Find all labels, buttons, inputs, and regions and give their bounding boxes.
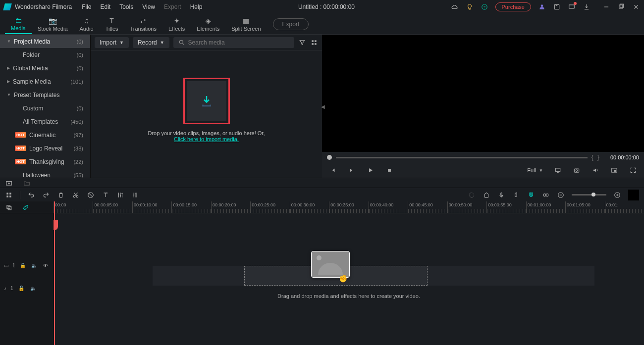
mute-icon[interactable]: 🔈 xyxy=(30,261,38,269)
menu-view[interactable]: View xyxy=(142,3,155,10)
zoom-in-button[interactable] xyxy=(613,191,621,199)
tab-elements[interactable]: ◈Elements xyxy=(191,15,225,34)
tab-media[interactable]: 🗀Media xyxy=(5,14,32,34)
redo-button[interactable] xyxy=(42,191,50,199)
sidebar-item-cinematic[interactable]: HOTCinematic (97) xyxy=(0,128,90,142)
track-copy-icon[interactable] xyxy=(5,203,13,211)
folder-icon[interactable] xyxy=(23,179,31,187)
sidebar-item-halloween[interactable]: Halloween (55) xyxy=(0,168,90,178)
preview-viewport[interactable] xyxy=(322,35,644,152)
video-track-header[interactable]: ▭1 🔓 🔈 👁 xyxy=(0,254,53,277)
minimize-button[interactable] xyxy=(602,3,610,11)
text-button[interactable] xyxy=(102,191,109,199)
audio-track-header[interactable]: ♪1 🔓 🔈 xyxy=(0,277,53,299)
scrub-handle[interactable] xyxy=(327,155,332,160)
scrub-track[interactable] xyxy=(336,157,588,158)
sidebar-item-thanksgiving[interactable]: HOTThanksgiving (22) xyxy=(0,155,90,168)
export-button[interactable]: Export xyxy=(273,18,309,30)
ruler-tick: 00:00:45:00 xyxy=(408,201,447,213)
search-field[interactable] xyxy=(188,39,289,46)
voiceover-icon[interactable] xyxy=(497,191,505,199)
tab-stock-media[interactable]: 📷Stock Media xyxy=(32,15,74,34)
adjust-button[interactable] xyxy=(116,191,124,199)
stop-button[interactable] xyxy=(385,166,393,174)
zoom-fit-button[interactable] xyxy=(628,190,639,200)
lock-icon[interactable]: 🔓 xyxy=(17,284,25,292)
play-forward-button[interactable] xyxy=(348,166,356,174)
render-icon[interactable] xyxy=(468,191,476,199)
snapshot-icon[interactable] xyxy=(573,166,581,174)
import-link[interactable]: Click here to import media. xyxy=(174,136,239,142)
sidebar-item-all-templates[interactable]: All Templates (450) xyxy=(0,115,90,128)
ruler-tick: 00:00:35:00 xyxy=(329,201,368,213)
pip-icon[interactable] xyxy=(610,166,618,174)
tab-titles[interactable]: TTitles xyxy=(100,15,124,34)
filter-icon[interactable] xyxy=(298,39,306,47)
mark-out-icon[interactable]: } xyxy=(597,154,603,161)
purchase-button[interactable]: Purchase xyxy=(495,2,531,11)
sidebar-item-preset-templates[interactable]: ▼Preset Templates xyxy=(0,88,90,101)
new-folder-icon[interactable] xyxy=(5,179,13,187)
mark-in-icon[interactable]: { xyxy=(591,154,597,161)
playhead[interactable] xyxy=(54,201,55,345)
download-icon[interactable] xyxy=(583,3,590,11)
sidebar-halloween-label: Halloween xyxy=(23,172,51,178)
magnet-icon[interactable] xyxy=(527,191,535,199)
lightbulb-icon[interactable] xyxy=(466,3,474,11)
audio-mixer-icon[interactable] xyxy=(512,191,520,199)
tab-effects[interactable]: ✦Effects xyxy=(162,15,191,34)
tab-audio[interactable]: ♫Audio xyxy=(74,15,100,34)
prev-frame-button[interactable] xyxy=(329,166,337,174)
message-icon[interactable] xyxy=(568,3,576,11)
keyframe-button[interactable] xyxy=(131,191,139,199)
delete-button[interactable] xyxy=(57,191,65,199)
track-link-icon[interactable] xyxy=(22,203,30,211)
panel-collapse-icon[interactable]: ◀ xyxy=(321,103,325,109)
sidebar-item-folder[interactable]: Folder (0) xyxy=(0,48,90,61)
sidebar-item-project-media[interactable]: ▼Project Media (0) xyxy=(0,35,90,48)
sidebar-item-custom[interactable]: Custom (0) xyxy=(0,101,90,115)
maximize-button[interactable] xyxy=(617,3,625,11)
sidebar-item-logo-reveal[interactable]: HOTLogo Reveal (38) xyxy=(0,142,90,155)
zoom-slider[interactable] xyxy=(572,194,606,196)
volume-icon[interactable] xyxy=(591,166,599,174)
crop-button[interactable] xyxy=(87,191,95,199)
layout-icon[interactable] xyxy=(5,191,13,199)
undo-button[interactable] xyxy=(27,191,35,199)
link-icon[interactable] xyxy=(542,191,550,199)
sidebar-item-global-media[interactable]: ▶Global Media (0) xyxy=(0,61,90,75)
zoom-out-button[interactable] xyxy=(557,191,565,199)
visibility-icon[interactable]: 👁 xyxy=(42,261,49,269)
search-input[interactable] xyxy=(173,37,294,48)
avatar-icon[interactable] xyxy=(538,3,546,11)
tab-split-screen[interactable]: ▥Split Screen xyxy=(225,15,267,34)
import-dropdown[interactable]: Import▼ xyxy=(95,37,129,48)
timeline-tracks[interactable]: 00:00 00:00:05:00 00:00:10:00 00:00:15:0… xyxy=(54,201,644,345)
menu-file[interactable]: File xyxy=(82,3,91,10)
mute-icon[interactable]: 🔈 xyxy=(29,284,37,292)
fullscreen-icon[interactable] xyxy=(629,166,637,174)
import-button[interactable] xyxy=(187,81,226,121)
menu-edit[interactable]: Edit xyxy=(101,3,111,10)
media-drop-zone[interactable]: Drop your video clips, images, or audio … xyxy=(91,50,322,169)
display-icon[interactable] xyxy=(554,166,562,174)
menu-help[interactable]: Help xyxy=(190,3,203,10)
playhead-handle[interactable] xyxy=(54,220,58,230)
sidebar-item-sample-media[interactable]: ▶Sample Media (101) xyxy=(0,75,90,88)
cut-button[interactable] xyxy=(72,191,80,199)
dragged-media-thumbnail[interactable] xyxy=(311,251,350,278)
tab-transitions[interactable]: ⇄Transitions xyxy=(124,15,162,34)
play-button[interactable] xyxy=(367,166,375,174)
help-icon[interactable] xyxy=(481,3,488,11)
timeline-ruler[interactable]: 00:00 00:00:05:00 00:00:10:00 00:00:15:0… xyxy=(54,201,644,213)
cloud-icon[interactable] xyxy=(451,3,459,11)
grid-view-icon[interactable] xyxy=(310,39,318,47)
menu-tools[interactable]: Tools xyxy=(119,3,133,10)
record-dropdown[interactable]: Record▼ xyxy=(133,37,169,48)
quality-dropdown[interactable]: Full▼ xyxy=(527,167,543,173)
close-button[interactable] xyxy=(632,3,640,11)
marker-icon[interactable] xyxy=(483,191,490,199)
save-icon[interactable] xyxy=(553,3,561,11)
zoom-handle[interactable] xyxy=(591,193,595,197)
lock-icon[interactable]: 🔓 xyxy=(19,261,27,269)
